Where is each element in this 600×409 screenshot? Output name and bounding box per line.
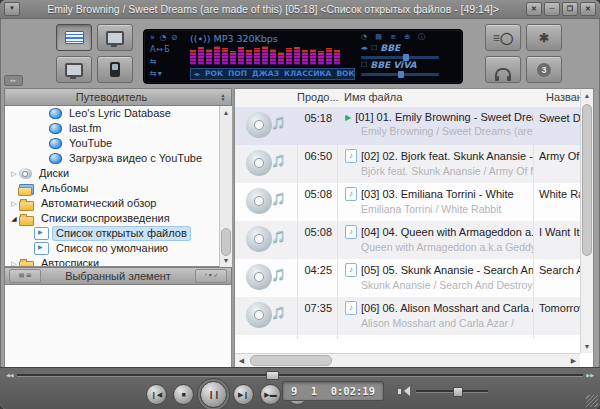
eq-preset-chip[interactable]: ДЖАЗ (252, 69, 279, 78)
bbe-viva-slider[interactable] (361, 73, 439, 76)
playlist-scroll-thumb[interactable] (582, 104, 592, 256)
playlist-view-button[interactable] (56, 24, 92, 51)
seekbar[interactable]: ◀◀ ▶▶ (6, 372, 594, 379)
sidebar-item[interactable]: Альбомы (5, 181, 231, 196)
bbe-slider-knob[interactable] (403, 54, 409, 61)
stop-button[interactable]: ■ (173, 384, 194, 405)
eq-preset-chip[interactable]: ВОКАЛ (336, 69, 355, 78)
selected-element-header[interactable]: ▤ ⊞ Выбранный элемент ◔ ▾ ✓ (4, 267, 232, 285)
titlebar[interactable]: ▼ Emily Browning / Sweet Dreams (are mad… (0, 0, 600, 19)
duration-column-header[interactable]: Продо... (297, 89, 337, 107)
artwork-cell: ♫ (235, 145, 297, 183)
bbe-viva-slider-knob[interactable] (398, 71, 404, 78)
file-name-text: [02] 02. Bjork feat. Skunk Anansie - Arm… (361, 150, 533, 162)
resize-grip[interactable] (586, 395, 598, 407)
sidebar-item[interactable]: ◢Списки воспроизведения (5, 211, 231, 226)
sidebar-item[interactable]: ▷Автосписки (5, 256, 231, 267)
album-art-icon: ♫ (246, 338, 286, 339)
previous-button[interactable]: ❙◀ (146, 384, 167, 405)
equalizer-button[interactable]: ≡◯ (485, 24, 521, 51)
sidebar-item[interactable]: Leo's Lyric Database (5, 106, 231, 121)
filename-column-header[interactable]: Имя файла (337, 89, 541, 107)
ab-repeat-toggle[interactable]: А↔Б (150, 45, 190, 54)
scroll-up-icon[interactable]: ▲ (220, 106, 232, 119)
preset-scroll-icon[interactable]: ◂▸ (194, 70, 200, 77)
sidebar-header[interactable]: Путеводитель ▲▼ (4, 88, 232, 106)
close-button[interactable]: ✕ (580, 2, 596, 16)
expand-arrow-icon[interactable]: ▷ (9, 200, 19, 208)
effects-button[interactable]: ✱ (526, 24, 562, 51)
playlist-row[interactable]: ♫05:18▶[01] 01. Emily Browning - Sweet D… (235, 107, 580, 145)
close-icon: ✕ (531, 5, 537, 12)
sidebar-item[interactable]: Загрузка видео с YouTube (5, 151, 231, 166)
playlist-hscrollbar[interactable]: ◀ ▶ (235, 353, 580, 367)
collapse-arrow-icon[interactable]: ◢ (9, 215, 19, 223)
dsp3-button[interactable]: 3 (526, 56, 562, 83)
volume-knob[interactable] (453, 387, 463, 397)
headphones-button[interactable] (485, 56, 521, 83)
seek-knob[interactable] (266, 371, 279, 380)
scroll-down-icon[interactable]: ▼ (220, 254, 232, 267)
scroll-up-icon[interactable]: ▲ (581, 89, 593, 102)
window-menu-button[interactable]: ▼ (4, 2, 20, 16)
title-cell: White Rabb (533, 183, 580, 221)
bbe-checkbox[interactable]: ☐ (371, 44, 377, 53)
sidebar-item[interactable]: Список открытых файлов (5, 226, 231, 241)
playlist-vscrollbar[interactable]: ▲ ▼ (580, 89, 593, 353)
next-button[interactable]: ▶❙ (233, 384, 254, 405)
playlist-row[interactable]: ♫06:08♪[07] 07. Yoav feat. Emily Brownin… (235, 335, 580, 339)
playlist-row[interactable]: ♫05:08♪[04] 04. Queen with Armageddon a.… (235, 221, 580, 259)
albums-icon (19, 184, 34, 195)
portable-device-button[interactable] (97, 56, 133, 83)
expand-arrow-icon[interactable]: ▷ (9, 260, 19, 268)
duration-cell: 05:18 (297, 107, 337, 145)
arrows-icon: ◂▸ (361, 44, 368, 53)
selected-element-left-button[interactable]: ▤ ⊞ (9, 269, 41, 283)
playlist-row[interactable]: ♫07:35♪[06] 06. Alison Mosshart and Carl… (235, 297, 580, 335)
seek-forward-icon[interactable]: ▶▶ (586, 372, 594, 379)
album-art-icon: ♫ (246, 148, 286, 180)
repeat-toggle[interactable]: ⇆ (150, 57, 190, 66)
tree-scroll-thumb[interactable] (221, 228, 231, 256)
expand-arrow-icon[interactable]: ▷ (9, 170, 19, 178)
tray-button[interactable]: ✕ (526, 2, 542, 16)
bbe-viva-checkbox[interactable]: ☐ (361, 61, 367, 70)
eq-preset-chip[interactable]: ПОП (228, 69, 247, 78)
sidebar-item[interactable]: ▷Диски (5, 166, 231, 181)
globe-icon (49, 138, 62, 149)
eq-preset-chip[interactable]: РОК (205, 69, 223, 78)
shuffle-toggle[interactable]: ⇆▾ (150, 69, 190, 78)
seek-back-icon[interactable]: ◀◀ (6, 372, 14, 379)
bbe-slider[interactable] (361, 56, 439, 59)
maximize-button[interactable]: ❐ (562, 2, 578, 16)
panel-spinner-icon[interactable]: ▲▼ (218, 93, 228, 101)
video-window-button[interactable] (97, 24, 133, 51)
scroll-down-icon[interactable]: ▼ (581, 340, 593, 353)
open-files-button[interactable]: ▶▬ (260, 384, 281, 405)
playing-icon: ▶ (345, 113, 351, 122)
scroll-right-icon[interactable]: ▶ (567, 357, 580, 365)
eq-preset-chip[interactable]: КЛАССИКА (284, 69, 331, 78)
pause-button[interactable]: ❙❙ (200, 381, 227, 408)
playlist-row[interactable]: ♫05:08♪[03] 03. Emiliana Torrini - White… (235, 183, 580, 221)
sidebar-item[interactable]: YouTube (5, 136, 231, 151)
sidebar-item[interactable]: ▷Автоматический обзор (5, 196, 231, 211)
toolbar-collapse-handle[interactable]: ◂▸ (4, 75, 23, 86)
duration-cell: 04:25 (297, 259, 337, 297)
three-badge-icon: 3 (537, 63, 551, 77)
title-cell: Where Is M (533, 335, 580, 339)
sidebar-item[interactable]: last.fm (5, 121, 231, 136)
scroll-left-icon[interactable]: ◀ (235, 357, 248, 365)
close-icon: ✕ (585, 5, 591, 12)
minimize-button[interactable]: ─ (544, 2, 560, 16)
speaker-icon[interactable] (398, 385, 410, 397)
playlist-row[interactable]: ♫04:25♪[05] 05. Skunk Anansie - Search A… (235, 259, 580, 297)
tree-scrollbar[interactable]: ▲ ▼ (219, 106, 232, 267)
volume-track[interactable] (416, 390, 488, 393)
seek-track[interactable] (17, 374, 584, 377)
sidebar-item[interactable]: Список по умолчанию (5, 241, 231, 256)
visualization-button[interactable] (56, 56, 92, 83)
playlist-row[interactable]: ♫06:50♪[02] 02. Bjork feat. Skunk Anansi… (235, 145, 580, 183)
playlist-hscroll-thumb[interactable] (250, 355, 332, 366)
selected-element-right-button[interactable]: ◔ ▾ ✓ (195, 269, 227, 283)
